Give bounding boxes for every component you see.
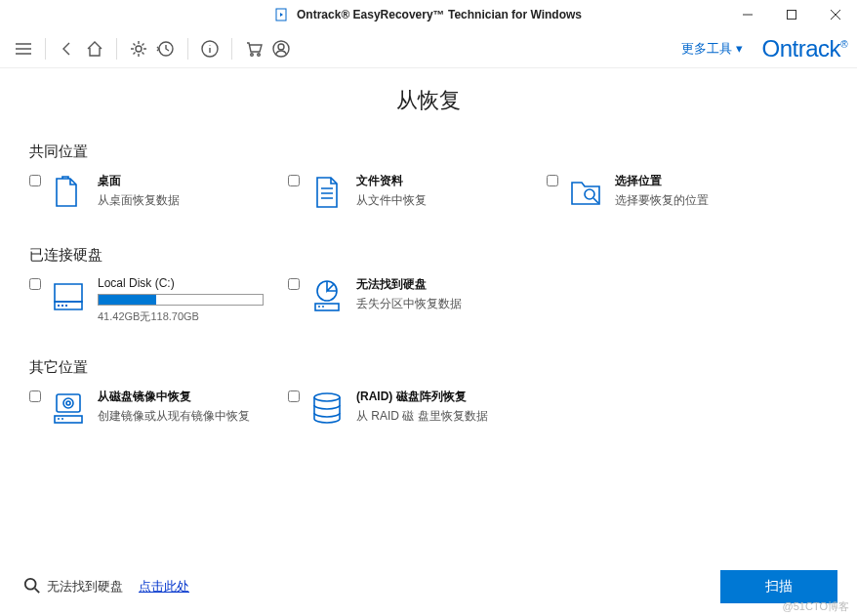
brand-logo: Ontrack® — [762, 35, 847, 62]
disk-usage-bar — [98, 294, 264, 306]
back-button[interactable] — [54, 35, 81, 62]
more-tools-label: 更多​工具 — [681, 40, 732, 58]
item-desc: 丢失​分区​中​恢复​数据 — [356, 296, 462, 312]
search-icon — [23, 577, 41, 597]
svg-point-5 — [251, 53, 254, 56]
chevron-down-icon: ▾ — [736, 41, 743, 56]
item-title: 无法​找到​硬盘 — [356, 276, 462, 293]
svg-point-6 — [258, 53, 261, 56]
click-here-link[interactable]: 点击​此处 — [139, 578, 189, 595]
minimize-button[interactable] — [725, 0, 769, 29]
checkbox-location[interactable] — [547, 175, 558, 186]
checkbox-raid[interactable] — [288, 390, 300, 402]
disk-image-icon — [49, 389, 88, 428]
drive-icon — [49, 276, 88, 315]
item-title: (RAID) 磁盘​阵列​恢复 — [356, 389, 488, 405]
section-other-locations: 其它位置 从​磁盘​镜像​中​恢复 创建​镜像​或​从​现有​镜像​中​恢复 (… — [29, 358, 828, 428]
footer: 无法​找到​硬盘 点击​此处 扫描 — [0, 557, 857, 616]
svg-point-8 — [278, 44, 284, 50]
home-button[interactable] — [81, 35, 108, 62]
section-title: 已​连​接​硬​盘 — [29, 246, 828, 265]
separator — [45, 38, 46, 60]
item-title: 从​磁盘​镜像​中​恢复 — [98, 389, 250, 405]
titlebar: Ontrack® EasyRecovery™ Technician for Wi… — [0, 0, 857, 29]
menu-button[interactable] — [10, 35, 37, 62]
settings-button[interactable] — [125, 35, 152, 62]
app-icon — [275, 7, 291, 22]
checkbox-disk-image[interactable] — [29, 390, 41, 402]
item-desc: 创建​镜像​或​从​现有​镜像​中​恢复 — [98, 408, 250, 425]
item-title: 桌面 — [98, 173, 180, 189]
folder-search-icon — [566, 173, 605, 212]
window-title: Ontrack® EasyRecovery™ Technician for Wi… — [297, 8, 582, 21]
item-choose-location[interactable]: 选择位置 选择​要​恢复​的​位置 — [547, 173, 805, 212]
documents-icon — [307, 173, 347, 212]
svg-rect-12 — [57, 394, 80, 412]
svg-rect-1 — [787, 11, 796, 20]
checkbox-desktop[interactable] — [29, 175, 41, 186]
raid-icon — [307, 389, 347, 428]
svg-point-2 — [136, 46, 142, 52]
watermark: @51CTO博客 — [783, 599, 849, 614]
item-desc: 从桌面恢复数据 — [98, 192, 180, 209]
item-desktop[interactable]: 桌面 从桌面恢复数据 — [29, 173, 288, 212]
svg-point-14 — [66, 401, 70, 405]
close-button[interactable] — [813, 0, 857, 29]
svg-point-17 — [25, 578, 36, 589]
svg-point-16 — [314, 393, 340, 401]
history-button[interactable] — [152, 35, 180, 62]
item-desc: 从 RAID 磁 盘​里​恢复​数据 — [356, 408, 488, 425]
svg-point-13 — [63, 398, 73, 408]
section-common-locations: 共同位置 桌面 从桌面恢复数据 文件资料 从​文件​中​恢复 — [29, 143, 828, 212]
user-button[interactable] — [267, 35, 295, 62]
maximize-button[interactable] — [769, 0, 813, 29]
cart-button[interactable] — [240, 35, 267, 62]
toolbar: 更多​工具 ▾ Ontrack® — [0, 29, 857, 68]
section-title: 共同位置 — [29, 143, 828, 161]
section-title: 其它位置 — [29, 358, 828, 377]
item-disk-image[interactable]: 从​磁盘​镜像​中​恢复 创建​镜像​或​从​现有​镜像​中​恢复 — [29, 389, 288, 428]
page-title: 从恢复 — [0, 86, 857, 115]
scan-button[interactable]: 扫描 — [720, 570, 837, 603]
separator — [231, 38, 232, 60]
more-tools-dropdown[interactable]: 更多​工具 ▾ — [681, 40, 743, 58]
info-button[interactable] — [196, 35, 224, 62]
lost-partition-icon — [307, 276, 347, 315]
svg-point-9 — [585, 189, 594, 199]
item-documents[interactable]: 文件资料 从​文件​中​恢复 — [288, 173, 547, 212]
checkbox-local-disk[interactable] — [29, 278, 41, 290]
item-lost-partition[interactable]: 无法​找到​硬盘 丢失​分区​中​恢复​数据 — [288, 276, 547, 324]
separator — [116, 38, 117, 60]
item-local-disk[interactable]: Local Disk (C:) 41.42GB无118.70GB — [29, 276, 288, 324]
checkbox-documents[interactable] — [288, 175, 300, 186]
checkbox-lost-partition[interactable] — [288, 278, 300, 290]
item-title: 选择位置 — [615, 173, 709, 189]
disk-name: Local Disk (C:) — [98, 276, 288, 290]
disk-size: 41.42GB无118.70GB — [98, 309, 288, 324]
desktop-icon — [49, 173, 88, 212]
item-title: 文件资料 — [356, 173, 427, 189]
section-connected-drives: 已​连​接​硬​盘 Local Disk (C:) 41.42GB无118.70… — [29, 246, 828, 324]
item-desc: 选择​要​恢复​的​位置 — [615, 192, 709, 209]
separator — [187, 38, 188, 60]
item-desc: 从​文件​中​恢复 — [356, 192, 427, 209]
footer-text: 无法​找到​硬盘 — [47, 578, 123, 595]
item-raid[interactable]: (RAID) 磁盘​阵列​恢复 从 RAID 磁 盘​里​恢复​数据 — [288, 389, 547, 428]
